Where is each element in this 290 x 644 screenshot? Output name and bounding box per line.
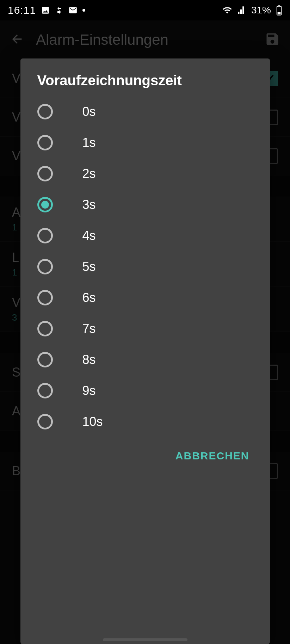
status-left: 16:11 bbox=[8, 4, 85, 16]
option-label: 7s bbox=[82, 321, 96, 336]
radio-option[interactable]: 10s bbox=[20, 406, 270, 437]
radio-icon[interactable] bbox=[37, 414, 53, 429]
radio-icon[interactable] bbox=[37, 104, 53, 119]
radio-icon[interactable] bbox=[37, 259, 53, 274]
dialog-scrim[interactable]: Voraufzeichnungszeit 0s1s2s3s4s5s6s7s8s9… bbox=[0, 20, 290, 644]
setting-label: V bbox=[12, 149, 20, 163]
status-right: 31% bbox=[222, 5, 282, 16]
setting-label: V bbox=[12, 110, 20, 125]
option-label: 9s bbox=[82, 383, 96, 398]
radio-option[interactable]: 9s bbox=[20, 375, 270, 406]
radio-icon[interactable] bbox=[37, 166, 53, 181]
radio-option[interactable]: 5s bbox=[20, 251, 270, 282]
app-bar: Alarm-Einstellungen bbox=[0, 20, 290, 59]
radio-option[interactable]: 7s bbox=[20, 313, 270, 344]
setting-label: V bbox=[12, 71, 20, 86]
radio-icon[interactable] bbox=[37, 383, 53, 398]
setting-label: A1 bbox=[12, 205, 20, 233]
dot-icon bbox=[82, 9, 85, 12]
cancel-button[interactable]: ABBRECHEN bbox=[169, 445, 256, 467]
radio-option[interactable]: 0s bbox=[20, 96, 270, 127]
radio-icon[interactable] bbox=[37, 197, 53, 212]
status-bar: 16:11 31% bbox=[0, 0, 290, 20]
battery-icon bbox=[276, 5, 282, 16]
svg-rect-2 bbox=[278, 12, 281, 14]
radio-icon[interactable] bbox=[37, 352, 53, 367]
setting-label: V3 bbox=[12, 295, 20, 323]
back-icon[interactable] bbox=[10, 32, 24, 48]
page-title: Alarm-Einstellungen bbox=[36, 31, 253, 48]
sync-icon bbox=[55, 6, 63, 14]
wifi-icon bbox=[222, 5, 232, 15]
option-label: 2s bbox=[82, 166, 96, 181]
battery-percent: 31% bbox=[251, 5, 271, 16]
radio-icon[interactable] bbox=[37, 135, 53, 150]
dialog-actions: ABBRECHEN bbox=[20, 437, 270, 475]
setting-label: L1 bbox=[12, 250, 19, 278]
radio-option[interactable]: 3s bbox=[20, 189, 270, 220]
image-icon bbox=[41, 6, 50, 15]
signal-icon bbox=[237, 6, 246, 15]
option-label: 1s bbox=[82, 135, 96, 150]
prerecord-time-dialog: Voraufzeichnungszeit 0s1s2s3s4s5s6s7s8s9… bbox=[20, 58, 270, 644]
nav-handle[interactable] bbox=[103, 638, 187, 641]
option-label: 6s bbox=[82, 290, 96, 305]
option-label: 4s bbox=[82, 228, 96, 243]
save-icon[interactable] bbox=[265, 31, 280, 48]
option-label: 10s bbox=[82, 414, 103, 429]
mail-icon bbox=[68, 6, 78, 15]
dialog-title: Voraufzeichnungszeit bbox=[20, 73, 270, 96]
radio-option[interactable]: 2s bbox=[20, 158, 270, 189]
radio-option[interactable]: 8s bbox=[20, 344, 270, 375]
svg-rect-1 bbox=[278, 5, 280, 6]
radio-option[interactable]: 1s bbox=[20, 127, 270, 158]
radio-icon[interactable] bbox=[37, 290, 53, 305]
radio-option[interactable]: 6s bbox=[20, 282, 270, 313]
option-label: 0s bbox=[82, 104, 96, 119]
setting-label: S bbox=[12, 365, 20, 380]
option-label: 5s bbox=[82, 259, 96, 274]
option-label: 3s bbox=[82, 197, 96, 212]
clock: 16:11 bbox=[8, 4, 36, 16]
option-label: 8s bbox=[82, 352, 96, 367]
setting-label: A bbox=[12, 404, 20, 419]
radio-icon[interactable] bbox=[37, 228, 53, 243]
radio-icon[interactable] bbox=[37, 321, 53, 336]
radio-option[interactable]: 4s bbox=[20, 220, 270, 251]
